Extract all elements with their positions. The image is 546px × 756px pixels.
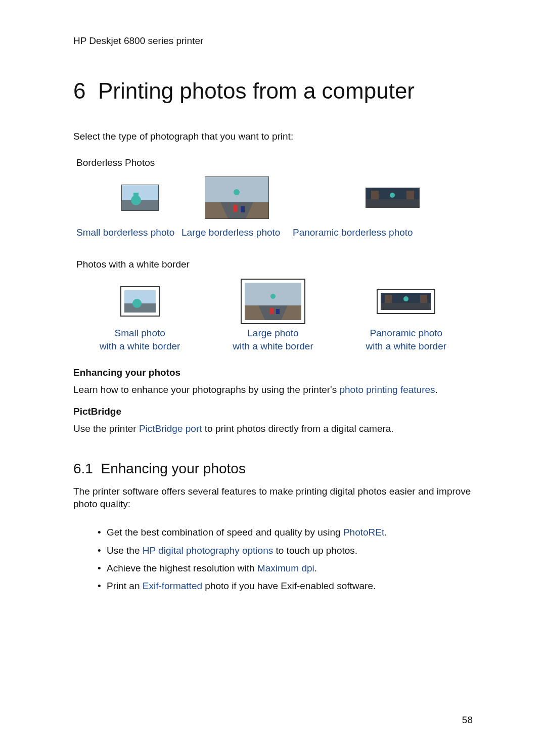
borderless-cell-pano	[290, 174, 473, 221]
svg-point-10	[234, 189, 240, 195]
pictbridge-paragraph: Use the printer PictBridge port to print…	[73, 422, 473, 435]
borderless-label: Borderless Photos	[73, 157, 473, 168]
section-title: Enhancing your photos	[101, 461, 246, 476]
svg-point-25	[270, 294, 276, 299]
bullet-2-after: to touch up photos.	[273, 545, 357, 556]
whiteborder-cell-pano: Panoramic photo with a white border	[340, 276, 473, 352]
document-page: HP Deskjet 6800 series printer 6 Printin…	[0, 0, 546, 756]
link-large-borderless[interactable]: Large borderless photo	[181, 226, 293, 239]
chapter-title: 6 Printing photos from a computer	[73, 77, 473, 105]
link-pano-whiteborder-l1[interactable]: Panoramic photo	[366, 327, 446, 340]
chapter-title-text: Printing photos from a computer	[98, 78, 415, 103]
svg-rect-27	[381, 303, 431, 310]
bullet-3: Achieve the highest resolution with Maxi…	[98, 561, 473, 575]
link-small-whiteborder-l2[interactable]: with a white border	[100, 340, 180, 353]
link-pictbridge-port[interactable]: PictBridge port	[139, 423, 202, 434]
whiteborder-label: Photos with a white border	[73, 259, 473, 270]
enhance-text-before: Learn how to enhance your photographs by…	[73, 384, 339, 395]
thumb-panoramic-borderless	[366, 188, 420, 208]
intro-paragraph: Select the type of photograph that you w…	[73, 130, 473, 143]
bullet-4-after: photo if you have Exif-enabled software.	[202, 581, 376, 591]
svg-rect-3	[133, 193, 139, 196]
svg-rect-9	[241, 206, 245, 212]
svg-rect-14	[406, 191, 414, 199]
running-header: HP Deskjet 6800 series printer	[73, 35, 473, 47]
link-small-whiteborder-l1[interactable]: Small photo	[100, 327, 180, 340]
svg-rect-23	[270, 308, 274, 314]
link-hp-digital-photography-options[interactable]: HP digital photography options	[143, 545, 273, 556]
link-photo-printing-features[interactable]: photo printing features	[339, 384, 435, 395]
pictbridge-text-before: Use the printer	[73, 423, 139, 434]
link-large-whiteborder-l1[interactable]: Large photo	[233, 327, 313, 340]
thumb-large-whiteborder	[242, 280, 304, 323]
svg-point-2	[131, 195, 141, 205]
bullet-1-before: Get the best combination of speed and qu…	[107, 527, 343, 538]
link-maximum-dpi[interactable]: Maximum dpi	[257, 563, 314, 573]
bullet-4: Print an Exif-formatted photo if you hav…	[98, 579, 473, 593]
svg-rect-29	[420, 295, 427, 303]
svg-rect-8	[233, 205, 237, 212]
borderless-cell-large	[178, 174, 290, 221]
link-large-whiteborder-l2[interactable]: with a white border	[233, 340, 313, 353]
link-photoret[interactable]: PhotoREt	[343, 527, 384, 538]
pictbridge-text-after: to print photos directly from a digital …	[202, 423, 394, 434]
borderless-caption-row: Small borderless photo Large borderless …	[73, 226, 473, 239]
link-small-borderless[interactable]: Small borderless photo	[76, 226, 181, 239]
link-pano-whiteborder-l2[interactable]: with a white border	[366, 340, 446, 353]
feature-bullet-list: Get the best combination of speed and qu…	[98, 525, 473, 594]
thumb-panoramic-whiteborder	[378, 290, 434, 313]
enhance-text-after: .	[435, 384, 438, 395]
section-number: 6.1	[73, 461, 93, 476]
pictbridge-heading: PictBridge	[73, 406, 473, 417]
borderless-cell-small	[73, 174, 178, 221]
bullet-1: Get the best combination of speed and qu…	[98, 525, 473, 540]
enhance-paragraph: Learn how to enhance your photographs by…	[73, 383, 473, 396]
bullet-2: Use the HP digital photography options t…	[98, 543, 473, 558]
bullet-3-before: Achieve the highest resolution with	[107, 563, 257, 573]
borderless-thumb-row	[73, 174, 473, 221]
bullet-3-after: .	[314, 563, 317, 573]
section-6-1-heading: 6.1 Enhancing your photos	[73, 461, 473, 477]
bullet-2-before: Use the	[107, 545, 143, 556]
whiteborder-cell-large: Large photo with a white border	[206, 276, 339, 352]
section-6-1-intro: The printer software offers several feat…	[73, 485, 473, 511]
link-exif-formatted[interactable]: Exif-formatted	[143, 581, 202, 591]
page-number: 58	[462, 715, 473, 726]
svg-rect-28	[385, 295, 392, 303]
thumb-small-borderless	[121, 185, 159, 211]
thumb-small-whiteborder	[121, 287, 159, 316]
enhance-heading: Enhancing your photos	[73, 367, 473, 378]
whiteborder-cell-small: Small photo with a white border	[73, 276, 206, 352]
svg-rect-24	[276, 309, 280, 314]
svg-point-15	[390, 193, 395, 198]
svg-rect-12	[366, 199, 419, 207]
bullet-4-before: Print an	[107, 581, 143, 591]
thumb-large-borderless	[205, 176, 269, 219]
svg-point-18	[132, 299, 142, 308]
chapter-number: 6	[73, 78, 85, 103]
svg-point-30	[403, 296, 408, 301]
svg-rect-13	[371, 191, 379, 199]
whiteborder-thumb-row: Small photo with a white border Large ph…	[73, 276, 473, 352]
link-panoramic-borderless[interactable]: Panoramic borderless photo	[293, 226, 473, 239]
bullet-1-after: .	[384, 527, 387, 538]
